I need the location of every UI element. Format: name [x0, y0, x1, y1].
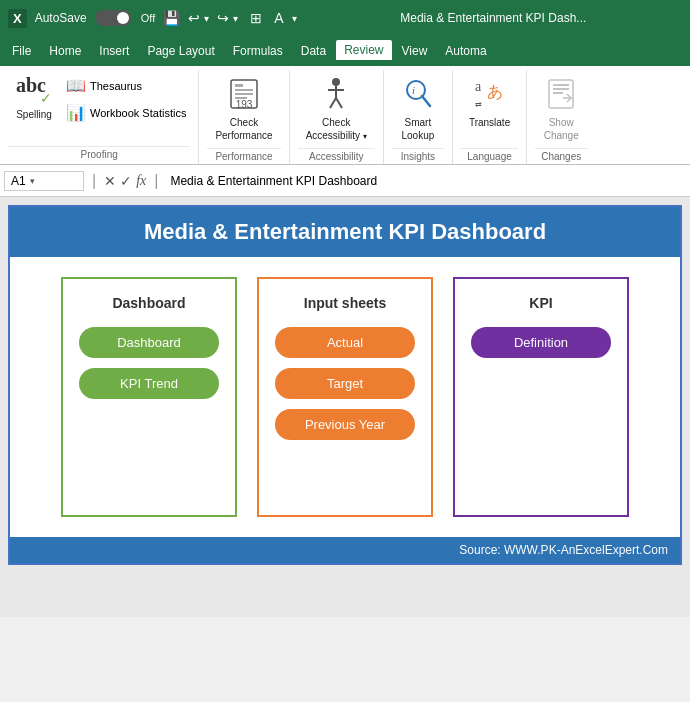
ribbon-group-insights: i SmartLookup Insights — [384, 70, 453, 164]
smart-lookup-button[interactable]: i SmartLookup — [392, 70, 444, 146]
menu-page-layout[interactable]: Page Layout — [139, 41, 222, 61]
grid-icon[interactable]: ⊞ — [250, 10, 262, 26]
dashboard-section-title: Dashboard — [112, 295, 185, 311]
translate-button[interactable]: a あ ⇄ Translate — [461, 70, 518, 133]
menu-view[interactable]: View — [394, 41, 436, 61]
ribbon-row: abc ✓ Spelling 📖 Thesaurus 📊 Workbook St… — [0, 66, 690, 164]
toggle-state: Off — [141, 12, 155, 24]
menu-insert[interactable]: Insert — [91, 41, 137, 61]
kpi-section: KPI Definition — [453, 277, 629, 517]
formula-bar-separator2: | — [150, 172, 162, 190]
check-performance-label: CheckPerformance — [215, 116, 272, 142]
excel-logo: X — [8, 9, 27, 28]
redo-dropdown[interactable]: ▾ — [233, 13, 238, 24]
dashboard-nav-button[interactable]: Dashboard — [79, 327, 219, 358]
ribbon-group-changes: ShowChange Changes — [527, 70, 595, 164]
menu-bar: File Home Insert Page Layout Formulas Da… — [0, 36, 690, 66]
translate-label: Translate — [469, 116, 510, 129]
check-performance-button[interactable]: 193 CheckPerformance — [207, 70, 280, 146]
menu-data[interactable]: Data — [293, 41, 334, 61]
check-performance-icon: 193 — [226, 74, 262, 114]
language-buttons: a あ ⇄ Translate — [461, 70, 518, 146]
font-color-dropdown[interactable]: ▾ — [292, 13, 297, 24]
svg-rect-20 — [553, 92, 563, 94]
show-change-label: ShowChange — [544, 116, 579, 142]
smart-lookup-icon: i — [400, 74, 436, 114]
svg-line-9 — [330, 98, 336, 108]
source-footer: Source: WWW.PK-AnExcelExpert.Com — [10, 537, 680, 563]
svg-line-12 — [422, 96, 430, 106]
dashboard-header: Media & Entertainment KPI Dashboard — [10, 207, 680, 257]
spelling-label: Spelling — [16, 108, 52, 121]
name-box-dropdown[interactable]: ▾ — [30, 176, 35, 186]
proofing-buttons: abc ✓ Spelling 📖 Thesaurus 📊 Workbook St… — [8, 70, 190, 144]
show-change-button[interactable]: ShowChange — [535, 70, 587, 146]
window-title: Media & Entertainment KPI Dash... — [305, 11, 682, 25]
spelling-icon: abc ✓ — [16, 74, 52, 106]
title-bar: X AutoSave Off 💾 ↩ ▾ ↪ ▾ ⊞ A ▾ Media & E… — [0, 0, 690, 36]
formula-bar: A1 ▾ | ✕ ✓ fx | — [0, 165, 690, 197]
menu-formulas[interactable]: Formulas — [225, 41, 291, 61]
spelling-button[interactable]: abc ✓ Spelling — [8, 70, 60, 125]
input-sheets-section-title: Input sheets — [304, 295, 386, 311]
input-sheets-section: Input sheets Actual Target Previous Year — [257, 277, 433, 517]
ribbon-group-proofing: abc ✓ Spelling 📖 Thesaurus 📊 Workbook St… — [4, 70, 199, 164]
workbook-stats-icon: 📊 — [66, 103, 86, 122]
spreadsheet-area: Media & Entertainment KPI Dashboard Dash… — [0, 197, 690, 617]
svg-text:⇄: ⇄ — [475, 100, 482, 109]
toggle-knob — [117, 12, 129, 24]
name-box[interactable]: A1 ▾ — [4, 171, 84, 191]
kpi-section-title: KPI — [529, 295, 552, 311]
autosave-label: AutoSave — [35, 11, 87, 25]
undo-dropdown[interactable]: ▾ — [204, 13, 209, 24]
svg-rect-3 — [235, 93, 253, 95]
accessibility-buttons: CheckAccessibility ▾ — [298, 70, 375, 146]
menu-file[interactable]: File — [4, 41, 39, 61]
svg-text:a: a — [475, 79, 482, 94]
accessibility-label: Accessibility — [298, 148, 375, 164]
svg-rect-2 — [235, 89, 253, 91]
confirm-formula-icon[interactable]: ✓ — [120, 173, 132, 189]
workbook-statistics-button[interactable]: 📊 Workbook Statistics — [62, 101, 190, 124]
performance-label: Performance — [207, 148, 280, 164]
svg-rect-18 — [553, 84, 569, 86]
proofing-label: Proofing — [8, 146, 190, 162]
target-nav-button[interactable]: Target — [275, 368, 415, 399]
svg-text:193: 193 — [236, 99, 253, 110]
undo-icon[interactable]: ↩ — [188, 10, 200, 26]
thesaurus-button[interactable]: 📖 Thesaurus — [62, 74, 190, 97]
save-icon[interactable]: 💾 — [163, 10, 180, 26]
check-accessibility-button[interactable]: CheckAccessibility ▾ — [298, 70, 375, 146]
show-change-icon — [543, 74, 579, 114]
ribbon-group-performance: 193 CheckPerformance Performance — [199, 70, 289, 164]
menu-home[interactable]: Home — [41, 41, 89, 61]
changes-label: Changes — [535, 148, 587, 164]
previous-year-nav-button[interactable]: Previous Year — [275, 409, 415, 440]
font-color-icon[interactable]: A — [274, 10, 283, 26]
redo-icon[interactable]: ↪ — [217, 10, 229, 26]
definition-nav-button[interactable]: Definition — [471, 327, 611, 358]
insights-buttons: i SmartLookup — [392, 70, 444, 146]
ribbon-group-language: a あ ⇄ Translate Language — [453, 70, 527, 164]
check-accessibility-icon — [318, 74, 354, 114]
svg-text:i: i — [412, 84, 415, 96]
kpi-trend-nav-button[interactable]: KPI Trend — [79, 368, 219, 399]
ribbon: abc ✓ Spelling 📖 Thesaurus 📊 Workbook St… — [0, 66, 690, 165]
dashboard-section: Dashboard Dashboard KPI Trend — [61, 277, 237, 517]
formula-input[interactable] — [166, 172, 686, 190]
actual-nav-button[interactable]: Actual — [275, 327, 415, 358]
cancel-formula-icon[interactable]: ✕ — [104, 173, 116, 189]
svg-text:あ: あ — [487, 83, 503, 100]
ribbon-group-accessibility: CheckAccessibility ▾ Accessibility — [290, 70, 384, 164]
insert-function-icon[interactable]: fx — [136, 173, 146, 189]
formula-bar-icons: ✕ ✓ fx — [104, 173, 146, 189]
name-box-value: A1 — [11, 174, 26, 188]
thesaurus-stats-group: 📖 Thesaurus 📊 Workbook Statistics — [62, 70, 190, 124]
dashboard-title: Media & Entertainment KPI Dashboard — [144, 219, 546, 244]
translate-icon: a あ ⇄ — [472, 74, 508, 114]
workbook-stats-label: Workbook Statistics — [90, 107, 186, 119]
autosave-toggle[interactable] — [95, 10, 131, 26]
menu-automate[interactable]: Automa — [437, 41, 494, 61]
menu-review[interactable]: Review — [336, 40, 391, 62]
insights-label: Insights — [392, 148, 444, 164]
